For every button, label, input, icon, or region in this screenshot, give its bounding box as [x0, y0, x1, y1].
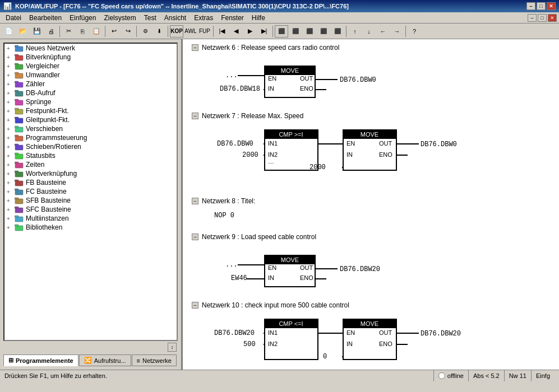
tree-item-2[interactable]: + Vergleicher [4, 62, 177, 71]
menu-einfuegen[interactable]: Einfügen [66, 13, 99, 23]
network-9-collapse[interactable]: – [192, 234, 198, 240]
expand-icon-1[interactable]: + [7, 54, 15, 60]
menu-bearbeiten[interactable]: Bearbeiten [26, 13, 65, 23]
tree-item-17[interactable]: + SFB Bausteine [4, 196, 177, 205]
tb-end[interactable]: ▶| [257, 25, 271, 38]
tree-item-7[interactable]: + Festpunkt-Fkt. [4, 106, 177, 115]
network-7-collapse[interactable]: – [192, 113, 198, 119]
expand-icon-17[interactable]: + [7, 198, 15, 204]
outer-close-btn[interactable]: ✕ [547, 2, 556, 10]
tb-fup[interactable]: FUP [198, 25, 211, 38]
svg-rect-59 [15, 216, 19, 217]
tb-move-dn[interactable]: ↓ [362, 25, 376, 38]
tb-start[interactable]: |◀ [215, 25, 229, 38]
tree-item-4[interactable]: + Zähler [4, 80, 177, 88]
expand-icon-2[interactable]: + [7, 63, 15, 69]
tb-download[interactable]: ⬇ [153, 25, 166, 38]
tab-programmelemente[interactable]: ⊞ Programmelemente [3, 354, 78, 366]
tb-move-rt[interactable]: → [390, 25, 404, 38]
tb-prev[interactable]: ◀ [229, 25, 243, 38]
tree-item-3[interactable]: + Umwandler [4, 71, 177, 80]
tree-item-11[interactable]: + Schieben/Rotieren [4, 142, 177, 151]
tb-print[interactable]: 🖨 [44, 25, 58, 38]
expand-icon-0[interactable]: + [7, 45, 15, 52]
expand-icon-18[interactable]: + [7, 207, 15, 213]
expand-icon-11[interactable]: + [7, 144, 15, 150]
tree-item-1[interactable]: + Bitverknüpfung [4, 53, 177, 62]
tb-close2[interactable]: ⬛ [331, 25, 344, 38]
tb-delete[interactable]: ⬛ [303, 25, 316, 38]
expand-icon-9[interactable]: + [7, 126, 15, 132]
inner-maximize-btn[interactable]: □ [538, 14, 547, 22]
menu-extras[interactable]: Extras [191, 13, 216, 23]
tb-next[interactable]: ▶ [243, 25, 257, 38]
menu-ansicht[interactable]: Ansicht [161, 13, 190, 23]
tab-netzwerke[interactable]: ≡ Netzwerke [132, 354, 177, 366]
expand-icon-7[interactable]: + [7, 108, 15, 114]
tree-item-10[interactable]: + Programmsteuerung [4, 133, 177, 142]
tree-item-5[interactable]: + DB-Aufruf [4, 88, 177, 97]
menu-datei[interactable]: Datei [2, 13, 25, 23]
tree-icon-7 [15, 107, 24, 115]
tb-copy[interactable]: ⎘ [76, 25, 89, 38]
expand-icon-5[interactable]: + [7, 90, 15, 96]
expand-icon-8[interactable]: + [7, 117, 15, 123]
tree-item-19[interactable]: + Multiinstanzen [4, 214, 177, 223]
tree-item-20[interactable]: + Bibliotheken [4, 223, 177, 232]
expand-icon-12[interactable]: + [7, 153, 15, 159]
tb-open[interactable]: 📂 [16, 25, 30, 38]
expand-icon-13[interactable]: + [7, 162, 15, 168]
tree-item-18[interactable]: + SFC Bausteine [4, 205, 177, 214]
expand-icon-16[interactable]: + [7, 189, 15, 195]
tb-new[interactable]: 📄 [2, 25, 16, 38]
tb-compile[interactable]: ⚙ [138, 25, 152, 38]
svg-rect-32 [15, 135, 19, 137]
tb-open2[interactable]: ⬛ [317, 25, 330, 38]
tb-cut[interactable]: ✂ [62, 25, 75, 38]
tree-item-9[interactable]: + Verschieben [4, 124, 177, 133]
tree-item-6[interactable]: + Sprünge [4, 97, 177, 106]
expand-icon-10[interactable]: + [7, 135, 15, 141]
tb-norm[interactable]: ⬛ [275, 25, 288, 38]
element-tree[interactable]: + Neues Netzwerk+ Bitverknüpfung+ Vergle… [3, 43, 178, 341]
tree-item-12[interactable]: + Statusbits [4, 151, 177, 160]
inner-minimize-btn[interactable]: – [528, 14, 537, 22]
tb-move-lt[interactable]: ← [376, 25, 390, 38]
tree-item-16[interactable]: + FC Bausteine [4, 187, 177, 196]
tab-aufrufstruktur[interactable]: 🔀 Aufrufstru... [79, 354, 131, 366]
expand-icon-20[interactable]: + [7, 225, 15, 231]
tree-item-0[interactable]: + Neues Netzwerk [4, 44, 177, 53]
network-10-header: – Netzwerk 10 : check input more 500 cab… [192, 301, 550, 309]
tree-item-8[interactable]: + Gleitpunkt-Fkt. [4, 115, 177, 124]
scroll-corner[interactable]: ↕ [168, 343, 177, 352]
outer-minimize-btn[interactable]: – [526, 2, 535, 10]
tb-help[interactable]: ? [408, 25, 421, 38]
tree-item-14[interactable]: + Wortverknüpfung [4, 169, 177, 178]
tb-save[interactable]: 💾 [30, 25, 44, 38]
menu-hilfe[interactable]: Hilfe [248, 13, 269, 23]
network-10-collapse[interactable]: – [192, 302, 198, 309]
outer-maximize-btn[interactable]: □ [537, 2, 546, 10]
expand-icon-19[interactable]: + [7, 216, 15, 222]
expand-icon-3[interactable]: + [7, 72, 15, 78]
tb-redo[interactable]: ↪ [121, 25, 135, 38]
tree-item-15[interactable]: + FB Bausteine [4, 178, 177, 187]
tree-item-13[interactable]: + Zeiten [4, 160, 177, 169]
network-6-collapse[interactable]: – [192, 44, 198, 51]
tb-awl[interactable]: AWL [184, 25, 197, 38]
network-8-collapse[interactable]: – [192, 198, 198, 204]
tb-kop[interactable]: KOP [170, 25, 183, 38]
expand-icon-6[interactable]: + [7, 99, 15, 105]
expand-icon-15[interactable]: + [7, 180, 15, 186]
expand-icon-14[interactable]: + [7, 171, 15, 177]
menu-fenster[interactable]: Fenster [218, 13, 247, 23]
tb-undo[interactable]: ↩ [107, 25, 121, 38]
diagram-panel[interactable]: – Netzwerk 6 : Release speed cars radio … [182, 39, 559, 370]
expand-icon-4[interactable]: + [7, 81, 15, 87]
tb-paste[interactable]: 📋 [90, 25, 103, 38]
tb-move-up[interactable]: ↑ [348, 25, 362, 38]
tb-insert[interactable]: ⬛ [289, 25, 302, 38]
menu-test[interactable]: Test [141, 13, 160, 23]
menu-zielsystem[interactable]: Zielsystem [100, 13, 139, 23]
inner-close-btn[interactable]: ✕ [548, 14, 557, 22]
